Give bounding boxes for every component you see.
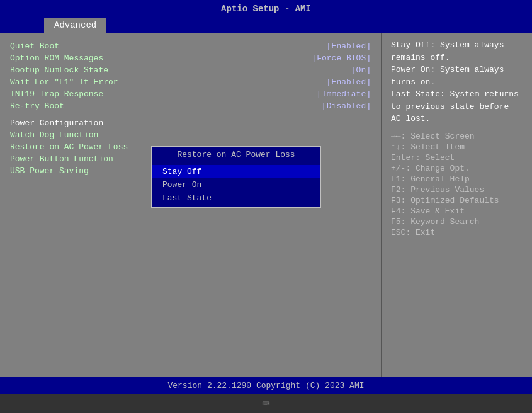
- menu-row-option-rom[interactable]: Option ROM Messages [Force BIOS]: [10, 54, 371, 63]
- section-header-power: Power Configuration: [10, 118, 371, 128]
- menu-row-wait-f1[interactable]: Wait For "F1" If Error [Enabled]: [10, 77, 371, 87]
- shortcut-select-screen: →←: Select Screen: [391, 132, 523, 141]
- shortcut-f1: F1: General Help: [391, 174, 523, 184]
- menu-value-wait-f1: [Enabled]: [327, 77, 371, 87]
- menu-label-int19: INT19 Trap Response: [10, 89, 103, 99]
- menu-label-retry-boot: Re-try Boot: [10, 101, 64, 111]
- tab-advanced[interactable]: Advanced: [44, 18, 106, 33]
- shortcut-f5: F5: Keyword Search: [391, 217, 523, 227]
- menu-label-option-rom: Option ROM Messages: [10, 54, 103, 63]
- menu-label-numlock: Bootup NumLock State: [10, 65, 108, 75]
- window-title: Aptio Setup - AMI: [221, 4, 311, 14]
- shortcut-enter: Enter: Select: [391, 153, 523, 162]
- popup-option-last-state[interactable]: Last State: [152, 191, 320, 205]
- right-panel: Stay Off: System always remains off. Pow…: [381, 33, 532, 377]
- menu-label-quiet-boot: Quiet Boot: [10, 42, 59, 51]
- shortcut-esc: ESC: Exit: [391, 228, 523, 237]
- footer-text: Version 2.22.1290 Copyright (C) 2023 AMI: [167, 381, 364, 390]
- popup-box: Restore on AC Power Loss Stay Off Power …: [151, 146, 321, 208]
- main-content: Quiet Boot [Enabled] Option ROM Messages…: [0, 33, 532, 377]
- menu-label-wait-f1: Wait For "F1" If Error: [10, 77, 118, 87]
- popup-title: Restore on AC Power Loss: [152, 147, 320, 162]
- shortcut-change-opt: +/-: Change Opt.: [391, 164, 523, 173]
- menu-row-numlock[interactable]: Bootup NumLock State [On]: [10, 65, 371, 75]
- shortcut-f3: F3: Optimized Defaults: [391, 196, 523, 205]
- menu-row-watchdog[interactable]: Watch Dog Function: [10, 130, 371, 140]
- keyboard-row: ⌨: [0, 394, 532, 413]
- menu-value-option-rom: [Force BIOS]: [312, 54, 371, 63]
- shortcut-section: →←: Select Screen ↑↓: Select Item Enter:…: [391, 132, 523, 237]
- popup-container: Restore on AC Power Loss Stay Off Power …: [151, 146, 321, 208]
- menu-row-quiet-boot[interactable]: Quiet Boot [Enabled]: [10, 42, 371, 51]
- left-panel: Quiet Boot [Enabled] Option ROM Messages…: [0, 33, 381, 377]
- menu-label-power-button: Power Button Function: [10, 154, 113, 164]
- tab-bar: Advanced: [0, 18, 532, 33]
- menu-value-numlock: [On]: [351, 65, 371, 75]
- menu-value-quiet-boot: [Enabled]: [327, 42, 371, 51]
- keyboard-icon: ⌨: [262, 396, 269, 412]
- footer-bar: Version 2.22.1290 Copyright (C) 2023 AMI: [0, 377, 532, 394]
- shortcut-select-item: ↑↓: Select Item: [391, 142, 523, 152]
- popup-option-stay-off[interactable]: Stay Off: [152, 165, 320, 178]
- title-bar: Aptio Setup - AMI: [0, 0, 532, 18]
- popup-options: Stay Off Power On Last State: [152, 162, 320, 207]
- menu-label-restore-ac: Restore on AC Power Loss: [10, 142, 128, 152]
- menu-value-retry-boot: [Disabled]: [322, 101, 371, 111]
- popup-option-power-on[interactable]: Power On: [152, 178, 320, 191]
- menu-value-int19: [Immediate]: [317, 89, 371, 99]
- shortcut-f4: F4: Save & Exit: [391, 206, 523, 216]
- menu-row-retry-boot[interactable]: Re-try Boot [Disabled]: [10, 101, 371, 111]
- menu-label-watchdog: Watch Dog Function: [10, 130, 98, 140]
- menu-row-int19[interactable]: INT19 Trap Response [Immediate]: [10, 89, 371, 99]
- menu-label-usb-power: USB Power Saving: [10, 166, 89, 176]
- shortcut-f2: F2: Previous Values: [391, 185, 523, 195]
- help-text: Stay Off: System always remains off. Pow…: [391, 39, 523, 125]
